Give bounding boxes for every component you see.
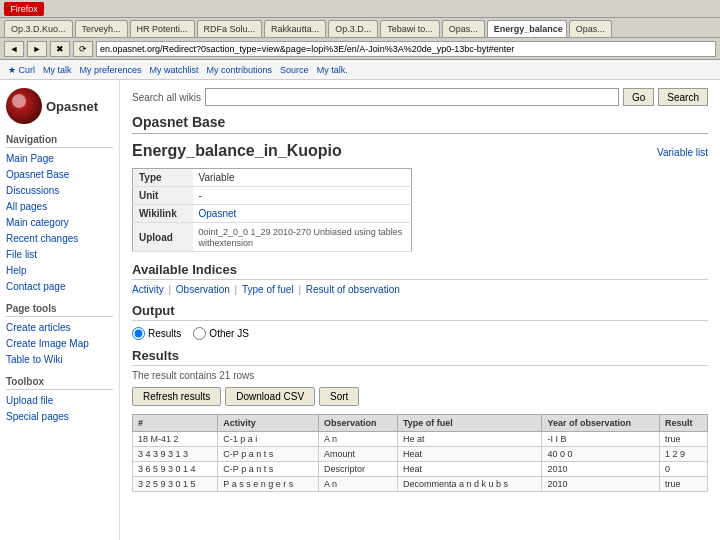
indices-sep-1: | [168,284,173,295]
logo-text: Opasnet [46,99,98,114]
page-title: Energy_balance_in_Kuopio [132,142,342,160]
content-area: Search all wikis Go Search Opasnet Base … [120,80,720,540]
address-input[interactable] [96,41,716,57]
sidebar-item-file-list[interactable]: File list [6,247,113,263]
table-cell: 3 4 3 9 3 1 3 [133,447,218,462]
wiki-toolbar-source[interactable]: Source [280,65,309,75]
wiki-toolbar-myprefs[interactable]: My preferences [80,65,142,75]
table-cell: Heat [397,462,541,477]
sidebar-item-opasnet-base[interactable]: Opasnet Base [6,167,113,183]
toolbox-title: Toolbox [6,376,113,390]
refresh-btn-browser[interactable]: ⟳ [73,41,93,57]
results-table-header-row: # Activity Observation Type of fuel Year… [133,415,708,432]
back-btn[interactable]: ◄ [4,41,24,57]
download-csv-button[interactable]: Download CSV [225,387,315,406]
search-go-button[interactable]: Go [623,88,654,106]
output-radio-other[interactable] [193,327,206,340]
wiki-toolbar-mytalk2[interactable]: My talk. [317,65,348,75]
wiki-toolbar-star[interactable]: ★ Curl [8,65,35,75]
table-row-type: Type Variable [133,169,412,187]
col-header-activity: Activity [218,415,319,432]
tab-1[interactable]: Op.3.D.Kuo... [4,20,73,37]
table-cell: true [660,477,708,492]
table-cell: C-1 p a i [218,432,319,447]
indices-sep-3: | [298,284,303,295]
index-link-result-of-observation[interactable]: Result of observation [306,284,400,295]
tab-3[interactable]: HR Potenti... [130,20,195,37]
type-value: Variable [193,169,412,187]
tab-4[interactable]: RDFa Solu... [197,20,263,37]
wiki-toolbar-mycontrib[interactable]: My contributions [207,65,273,75]
tab-7[interactable]: Tebawi to... [380,20,440,37]
browser-toolbar: Firefox [0,0,720,18]
table-cell: 0 [660,462,708,477]
tab-active[interactable]: Energy_balance [487,20,567,37]
table-row: 3 6 5 9 3 0 1 4C-P p a n t sDescriptorHe… [133,462,708,477]
search-input[interactable] [205,88,619,106]
wiki-toolbar: ★ Curl My talk My preferences My watchli… [0,60,720,80]
indices-links: Activity | Observation | Type of fuel | … [132,284,708,295]
sidebar-item-help[interactable]: Help [6,263,113,279]
sidebar-item-all-pages[interactable]: All pages [6,199,113,215]
sidebar-item-main-category[interactable]: Main category [6,215,113,231]
tab-2[interactable]: Terveyh... [75,20,128,37]
table-cell: 2010 [542,477,660,492]
wikilink-value-link[interactable]: Opasnet [199,208,237,219]
table-cell: 3 2 5 9 3 0 1 5 [133,477,218,492]
stop-btn[interactable]: ✖ [50,41,70,57]
forward-btn[interactable]: ► [27,41,47,57]
tab-6[interactable]: Op.3.D... [328,20,378,37]
sidebar-item-table-to-wiki[interactable]: Table to Wiki [6,352,113,368]
table-cell: 18 M-41 2 [133,432,218,447]
site-title: Opasnet Base [132,114,708,134]
sidebar-item-contact-page[interactable]: Contact page [6,279,113,295]
sidebar-item-special-pages[interactable]: Special pages [6,409,113,425]
tab-5[interactable]: Rakkautta... [264,20,326,37]
indices-sep-2: | [235,284,240,295]
wiki-toolbar-mytalk[interactable]: My talk [43,65,72,75]
sidebar: Opasnet Navigation Main Page Opasnet Bas… [0,80,120,540]
table-row-upload: Upload 0oint_2_0_0 1_29 2010-270 Unbiase… [133,223,412,252]
refresh-results-button[interactable]: Refresh results [132,387,221,406]
sidebar-item-upload-file[interactable]: Upload file [6,393,113,409]
sidebar-item-discussions[interactable]: Discussions [6,183,113,199]
col-header-type-of-fuel: Type of fuel [397,415,541,432]
output-radio-results-label[interactable]: Results [132,327,181,340]
sidebar-item-create-image-map[interactable]: Create Image Map [6,336,113,352]
col-header-id: # [133,415,218,432]
results-count: The result contains 21 rows [132,370,708,381]
search-search-button[interactable]: Search [658,88,708,106]
sidebar-item-recent-changes[interactable]: Recent changes [6,231,113,247]
type-label: Type [133,169,193,187]
wikilink-value: Opasnet [193,205,412,223]
search-bar: Search all wikis Go Search [132,88,708,106]
table-cell: 1 2 9 [660,447,708,462]
results-title: Results [132,348,708,366]
sidebar-logo: Opasnet [6,88,113,124]
output-radio-results[interactable] [132,327,145,340]
table-cell: P a s s e n g e r s [218,477,319,492]
wiki-toolbar-mywatchlist[interactable]: My watchlist [150,65,199,75]
tab-9[interactable]: Opas... [569,20,612,37]
tab-bar: Op.3.D.Kuo... Terveyh... HR Potenti... R… [0,18,720,38]
sidebar-item-main-page[interactable]: Main Page [6,151,113,167]
output-radio-other-label[interactable]: Other JS [193,327,248,340]
action-buttons: Refresh results Download CSV Sort [132,387,708,406]
index-link-activity[interactable]: Activity [132,284,164,295]
unit-value: - [193,187,412,205]
output-radio-other-text: Other JS [209,328,248,339]
tab-8[interactable]: Opas... [442,20,485,37]
table-cell: -I I B [542,432,660,447]
table-cell: 40 0 0 [542,447,660,462]
opasnet-logo-icon [6,88,42,124]
index-link-observation[interactable]: Observation [176,284,230,295]
sidebar-item-create-articles[interactable]: Create articles [6,320,113,336]
results-table: # Activity Observation Type of fuel Year… [132,414,708,492]
available-indices-title: Available Indices [132,262,708,280]
output-radio-row: Results Other JS [132,327,708,340]
main-layout: Opasnet Navigation Main Page Opasnet Bas… [0,80,720,540]
index-link-type-of-fuel[interactable]: Type of fuel [242,284,294,295]
variable-list-link[interactable]: Variable list [657,147,708,158]
sort-button[interactable]: Sort [319,387,359,406]
info-table: Type Variable Unit - Wikilink Opasnet Up… [132,168,412,252]
